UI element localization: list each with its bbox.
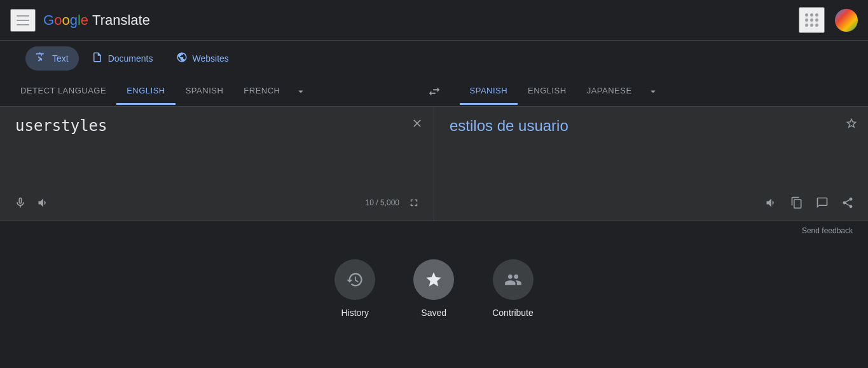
header-right [799,7,858,33]
text-tab-icon [36,51,47,65]
google-wordmark: Google [43,12,88,29]
translation-area: userstyles 10 / 5,000 estilos de usu [0,107,868,221]
tab-text-label: Text [52,53,69,64]
documents-tab-icon [92,51,103,65]
bottom-actions: History Saved Contribute [0,240,868,337]
speak-input-button[interactable] [33,193,53,213]
speak-output-button[interactable] [761,193,782,213]
output-panel: estilos de usuario [434,107,868,221]
tab-bar: Text Documents Websites [0,41,868,76]
contribute-action[interactable]: Contribute [492,259,534,318]
source-lang-panel: DETECT LANGUAGE ENGLISH SPANISH FRENCH [0,78,419,105]
tab-websites-label: Websites [193,53,229,64]
lang-detect[interactable]: DETECT LANGUAGE [10,78,116,105]
history-action[interactable]: History [334,259,375,318]
saved-action[interactable]: Saved [413,259,454,318]
websites-tab-icon [176,51,188,65]
copy-button[interactable] [787,193,807,213]
lang-spanish-source[interactable]: SPANISH [176,78,234,105]
translated-text: estilos de usuario [450,117,853,135]
lang-english-target[interactable]: ENGLISH [518,78,577,105]
share-button[interactable] [837,193,858,213]
contribute-label: Contribute [492,308,534,318]
input-panel: userstyles 10 / 5,000 [0,107,434,221]
avatar[interactable] [835,9,858,32]
header-left: Google Translate [10,9,150,32]
lang-japanese-target[interactable]: JAPANESE [577,78,642,105]
translate-wordmark: Translate [92,12,150,29]
source-text-input[interactable]: userstyles [15,117,418,168]
microphone-button[interactable] [10,193,31,213]
lang-english-source[interactable]: ENGLISH [116,78,176,105]
send-feedback-link[interactable]: Send feedback [802,226,853,235]
save-translation-button[interactable] [845,117,858,130]
char-count: 10 / 5,000 [366,198,399,207]
expand-input-button[interactable] [404,193,424,212]
output-footer [444,193,858,213]
target-lang-panel: SPANISH ENGLISH JAPANESE [450,78,869,105]
avatar-image [835,9,858,32]
lang-french-source[interactable]: FRENCH [233,78,290,105]
history-label: History [341,308,369,318]
char-count-area: 10 / 5,000 [366,193,424,212]
apps-button[interactable] [799,7,825,33]
tab-text[interactable]: Text [25,46,79,71]
app-logo: Google Translate [43,12,150,29]
clear-input-button[interactable] [411,117,424,130]
more-source-langs-button[interactable] [290,81,312,102]
input-footer: 10 / 5,000 [10,193,424,213]
language-bar: DETECT LANGUAGE ENGLISH SPANISH FRENCH S… [0,76,868,107]
tab-websites[interactable]: Websites [166,46,239,71]
lang-spanish-target[interactable]: SPANISH [460,78,518,105]
more-target-langs-button[interactable] [642,81,664,102]
app-header: Google Translate [0,0,868,41]
feedback-bar: Send feedback [0,221,868,240]
saved-label: Saved [421,308,446,318]
saved-circle [413,259,454,300]
feedback-translation-button[interactable] [812,193,832,213]
tab-documents[interactable]: Documents [81,46,163,71]
tab-documents-label: Documents [108,53,153,64]
swap-languages-button[interactable] [419,85,450,99]
history-circle [334,259,375,300]
contribute-circle [493,259,534,300]
input-footer-icons [10,193,53,213]
menu-button[interactable] [10,9,36,32]
